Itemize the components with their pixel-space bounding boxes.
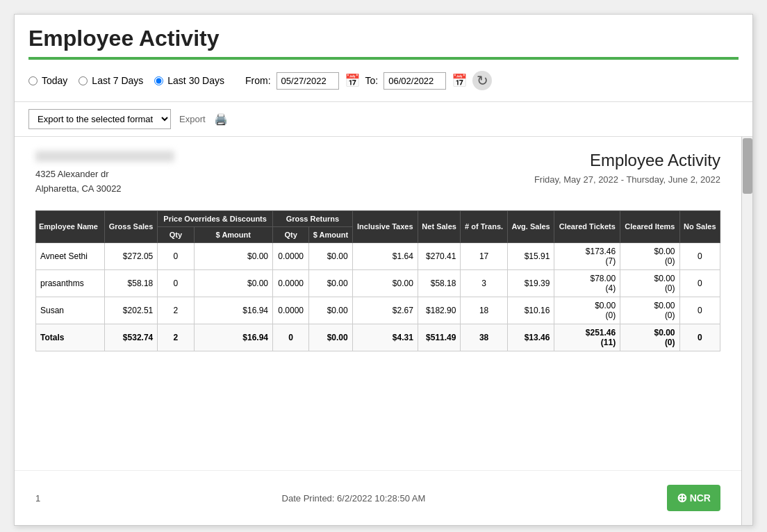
- page-number: 1: [35, 493, 40, 504]
- radio-last7-label: Last 7 Days: [92, 75, 143, 86]
- date-radio-group: Today Last 7 Days Last 30 Days: [28, 75, 224, 86]
- cell-override-qty: 2: [158, 297, 194, 324]
- cell-override-amount: $16.94: [194, 297, 272, 324]
- to-calendar-icon[interactable]: 📅: [452, 73, 467, 88]
- cell-no-sales: 0: [679, 242, 720, 269]
- col-inclusive-taxes: Inclusive Taxes: [352, 210, 418, 242]
- from-calendar-icon[interactable]: 📅: [345, 73, 360, 88]
- cell-num-trans: 18: [461, 297, 507, 324]
- cell-totals-net-sales: $511.49: [418, 324, 461, 351]
- cell-return-qty: 0.0000: [273, 242, 309, 269]
- store-address-line2: Alpharetta, CA 30022: [35, 182, 174, 197]
- export-button[interactable]: Export: [179, 114, 206, 124]
- cell-cleared-tickets: $173.46(7): [554, 242, 620, 269]
- export-format-select[interactable]: Export to the selected format: [28, 109, 171, 129]
- report-header: 4325 Alexander dr Alpharetta, CA 30022 E…: [35, 151, 720, 197]
- report-body: 4325 Alexander dr Alpharetta, CA 30022 E…: [15, 137, 741, 470]
- cell-override-amount: $0.00: [194, 242, 272, 269]
- col-avg-sales: Avg. Sales: [507, 210, 554, 242]
- export-bar: Export to the selected format Export 🖨️: [15, 102, 752, 137]
- table-row: prasanthms $58.18 0 $0.00 0.0000 $0.00 $…: [36, 269, 720, 297]
- scrollbar-thumb[interactable]: [743, 138, 752, 194]
- col-override-qty: Qty: [158, 226, 194, 242]
- radio-last30[interactable]: Last 30 Days: [154, 75, 224, 86]
- cell-return-qty: 0.0000: [273, 297, 309, 324]
- cell-return-amount: $0.00: [309, 269, 352, 297]
- table-row: Susan $202.51 2 $16.94 0.0000 $0.00 $2.6…: [36, 297, 720, 324]
- print-icon[interactable]: 🖨️: [214, 113, 228, 126]
- cell-totals-label: Totals: [36, 324, 105, 351]
- cell-totals-avg-sales: $13.46: [507, 324, 554, 351]
- col-no-sales: No Sales: [679, 210, 720, 242]
- radio-last7[interactable]: Last 7 Days: [79, 75, 143, 86]
- cell-override-qty: 0: [158, 242, 194, 269]
- cell-cleared-items: $0.00(0): [620, 269, 679, 297]
- table-header-row1: Employee Name Gross Sales Price Override…: [36, 210, 720, 226]
- cell-gross-sales: $58.18: [104, 269, 157, 297]
- col-override-amount: $ Amount: [194, 226, 272, 242]
- cell-gross-sales: $272.05: [104, 242, 157, 269]
- cell-return-amount: $0.00: [309, 242, 352, 269]
- radio-today-input[interactable]: [28, 76, 38, 85]
- cell-avg-sales: $19.39: [507, 269, 554, 297]
- store-address-line1: 4325 Alexander dr: [35, 167, 174, 182]
- date-printed: Date Printed: 6/2/2022 10:28:50 AM: [282, 493, 426, 504]
- cell-avg-sales: $10.16: [507, 297, 554, 324]
- cell-cleared-items: $0.00(0): [620, 242, 679, 269]
- cell-no-sales: 0: [679, 269, 720, 297]
- cell-totals-cleared-tickets: $251.46(11): [554, 324, 620, 351]
- to-date-input[interactable]: [384, 72, 446, 90]
- cell-totals-override-amount: $16.94: [194, 324, 272, 351]
- date-printed-label: Date Printed:: [282, 493, 335, 504]
- cell-net-sales: $270.41: [418, 242, 461, 269]
- cell-gross-sales: $202.51: [104, 297, 157, 324]
- cell-net-sales: $182.90: [418, 297, 461, 324]
- report-scroll: 4325 Alexander dr Alpharetta, CA 30022 E…: [15, 137, 741, 525]
- radio-today-label: Today: [42, 75, 67, 86]
- radio-last7-input[interactable]: [79, 76, 88, 85]
- cell-avg-sales: $15.91: [507, 242, 554, 269]
- from-label: From:: [245, 75, 271, 86]
- radio-today[interactable]: Today: [28, 75, 67, 86]
- col-net-sales: Net Sales: [418, 210, 461, 242]
- report-date-range: Friday, May 27, 2022 - Thursday, June 2,…: [534, 174, 720, 185]
- page-title: Employee Activity: [28, 26, 739, 51]
- cell-totals-inclusive-taxes: $4.31: [352, 324, 418, 351]
- refresh-button[interactable]: ↻: [472, 71, 492, 90]
- ncr-logo-icon: ⊕: [677, 490, 687, 506]
- col-return-qty: Qty: [273, 226, 309, 242]
- table-row: Avneet Sethi $272.05 0 $0.00 0.0000 $0.0…: [36, 242, 720, 269]
- cell-num-trans: 3: [461, 269, 507, 297]
- date-range-controls: From: 📅 To: 📅 ↻: [245, 71, 492, 90]
- cell-name: Avneet Sethi: [36, 242, 105, 269]
- ncr-logo-text: NCR: [690, 492, 711, 504]
- cell-name: prasanthms: [36, 269, 105, 297]
- cell-override-amount: $0.00: [194, 269, 272, 297]
- store-name-blurred: [35, 151, 174, 162]
- col-gross-sales: Gross Sales: [104, 210, 157, 242]
- cell-return-qty: 0.0000: [273, 269, 309, 297]
- cell-totals-no-sales: 0: [679, 324, 720, 351]
- col-overrides-header: Price Overrides & Discounts: [158, 210, 273, 226]
- employee-activity-table: Employee Name Gross Sales Price Override…: [35, 210, 720, 351]
- cell-cleared-tickets: $0.00(0): [554, 297, 620, 324]
- cell-totals-num-trans: 38: [461, 324, 507, 351]
- cell-name: Susan: [36, 297, 105, 324]
- store-info: 4325 Alexander dr Alpharetta, CA 30022: [35, 151, 174, 197]
- col-return-amount: $ Amount: [309, 226, 352, 242]
- scrollbar-track[interactable]: [741, 137, 752, 525]
- report-title-text: Employee Activity: [534, 151, 720, 170]
- cell-num-trans: 17: [461, 242, 507, 269]
- cell-override-qty: 0: [158, 269, 194, 297]
- radio-last30-input[interactable]: [154, 76, 163, 85]
- cell-totals-override-qty: 2: [158, 324, 194, 351]
- cell-return-amount: $0.00: [309, 297, 352, 324]
- totals-row: Totals $532.74 2 $16.94 0 $0.00 $4.31 $5…: [36, 324, 720, 351]
- col-num-trans: # of Trans.: [461, 210, 507, 242]
- toolbar: Today Last 7 Days Last 30 Days From: 📅 T…: [15, 60, 752, 102]
- cell-inclusive-taxes: $0.00: [352, 269, 418, 297]
- cell-totals-return-amount: $0.00: [309, 324, 352, 351]
- cell-cleared-tickets: $78.00(4): [554, 269, 620, 297]
- from-date-input[interactable]: [277, 72, 339, 90]
- cell-totals-gross-sales: $532.74: [104, 324, 157, 351]
